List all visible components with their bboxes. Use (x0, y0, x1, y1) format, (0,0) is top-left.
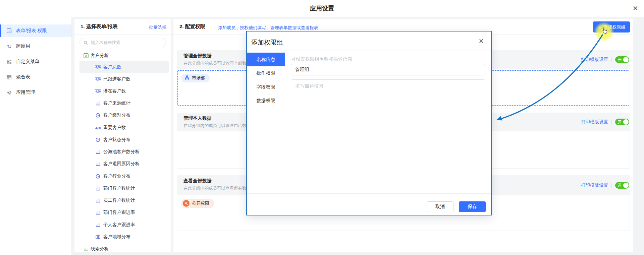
cancel-button[interactable]: 取消 (427, 201, 453, 212)
print-template-link[interactable]: 打印模版设置 (581, 119, 608, 125)
toggle-knob (623, 57, 629, 62)
tree-item-row[interactable]: 4,80已跟进客户数 (74, 73, 171, 85)
search-input[interactable] (90, 40, 159, 45)
tree-item-row[interactable]: 客户地域分布 (74, 231, 171, 243)
sidebar-item-4[interactable]: 聚合表 (0, 71, 71, 83)
bar-chart-icon (94, 186, 102, 191)
toggle-knob (623, 119, 629, 125)
public-permission-tag[interactable]: 公开权限 (181, 199, 214, 208)
toggle-knob (623, 183, 629, 188)
modal-close-icon[interactable]: × (479, 36, 484, 46)
new-permission-group-button[interactable]: ＋新建权限组 (593, 21, 630, 33)
bar-chart-icon (94, 222, 102, 228)
dept-icon (184, 75, 190, 81)
number-icon: 4,80 (94, 126, 102, 130)
map-icon (94, 234, 102, 240)
tree-item-row[interactable]: 客户行业分布 (74, 171, 171, 182)
batch-select-link[interactable]: 批量选择 (149, 24, 166, 30)
group-name-input[interactable] (291, 64, 485, 75)
permission-title: 2. 配置权限 (179, 23, 205, 30)
number-icon: 4,80 (95, 77, 101, 81)
sidebar: 表单/报表 权限跨应用自定义菜单聚合表应用管理 (0, 17, 72, 255)
modal-title-divider (247, 51, 491, 51)
tree-item-label: 客户状态分布 (103, 137, 130, 143)
tree-item-row[interactable]: 部门客户跟进率 (74, 207, 171, 218)
controls-divider (611, 183, 612, 188)
form-select-title: 1. 选择表单/报表 (80, 23, 118, 30)
form-group-icon: A (83, 53, 89, 59)
tree-item-row[interactable]: 客户状态分布 (74, 134, 171, 145)
print-template-link[interactable]: 打印模版设置 (581, 57, 608, 63)
save-button[interactable]: 保存 (459, 201, 486, 212)
tree-item-label: 客户退回原因分析 (103, 161, 140, 167)
sidebar-item-1[interactable]: 表单/报表 权限 (0, 24, 71, 37)
plus-icon: ＋ (598, 24, 602, 30)
form-report-icon (6, 28, 12, 34)
tree-item-row[interactable]: 客户来源统计 (74, 98, 171, 109)
group-toggle[interactable]: 开 (615, 56, 629, 63)
tree-item-label: 客户级别分布 (103, 112, 130, 118)
form-select-header: 1. 选择表单/报表 批量选择 (74, 19, 171, 35)
group-title: 管理全部数据 (183, 53, 212, 59)
modal-tab-4[interactable]: 数据权限 (247, 94, 285, 108)
sidebar-item-3[interactable]: 自定义菜单 (0, 55, 71, 68)
sidebar-item-2[interactable]: 跨应用 (0, 40, 71, 53)
sidebar-item-label: 聚合表 (16, 74, 30, 80)
tree-item-label: 公海池客户数分析 (103, 149, 140, 155)
number-icon: 4,80 (95, 65, 101, 69)
tree-item-label: 客户来源统计 (103, 100, 130, 106)
close-icon[interactable]: × (633, 3, 638, 13)
tree-item-row[interactable]: 4,80潜在客户数 (74, 85, 171, 97)
number-icon: 4,80 (94, 77, 102, 81)
sidebar-item-5[interactable]: 应用管理 (0, 86, 71, 99)
chart-group-icon (83, 246, 89, 252)
modal-tab-3[interactable]: 字段权限 (247, 80, 285, 94)
sidebar-item-label: 表单/报表 权限 (16, 28, 47, 34)
group-desc-textarea[interactable] (291, 79, 485, 189)
tree-item-label: 潜在客户数 (103, 88, 126, 94)
tree-item-row[interactable]: 个人客户跟进率 (74, 219, 171, 231)
tree-item-row[interactable]: 4,80重要客户数 (74, 122, 171, 133)
sidebar-item-label: 自定义菜单 (16, 59, 40, 65)
tree-item-label: 客户分析 (91, 53, 109, 59)
number-icon: 4,80 (95, 126, 101, 130)
number-icon: 4,80 (94, 65, 102, 69)
group-desc: 在此分组内的成员可以管理自己数据 (183, 123, 251, 129)
tree-item-row[interactable]: 客户级别分布 (74, 110, 171, 121)
app-settings-window: 应用设置 × 表单/报表 权限跨应用自定义菜单聚合表应用管理 1. 选择表单/报… (0, 0, 644, 255)
gear-icon (6, 90, 12, 95)
number-icon: 4,80 (95, 89, 101, 93)
tree-group-row[interactable]: A客户分析 (74, 50, 171, 61)
tree-item-row[interactable]: 员工客户数统计 (74, 195, 171, 206)
bar-chart-icon (94, 210, 102, 215)
key-icon (183, 200, 190, 207)
bar-chart-icon (94, 198, 102, 203)
tree-item-label: 部门客户数统计 (103, 185, 135, 191)
search-box[interactable] (79, 38, 166, 47)
tree-item-label: 客户总数 (103, 64, 121, 70)
tree-group-row[interactable]: 线索分析 (74, 243, 171, 255)
tree-item-label: 部门客户跟进率 (103, 209, 135, 215)
tree-item-label: 客户行业分布 (103, 173, 130, 179)
tree-item-row[interactable]: 客户退回原因分析 (74, 158, 171, 170)
tree-item-row[interactable]: 4,80客户总数 (74, 61, 171, 73)
modal-tab-2[interactable]: 操作权限 (247, 66, 285, 80)
tree-item-row[interactable]: 部门客户数统计 (74, 183, 171, 194)
modal-tab-1[interactable]: 名称信息 (247, 53, 285, 66)
group-title: 管理本人数据 (183, 115, 212, 121)
tree-item-label: 员工客户数统计 (103, 197, 135, 203)
cross-app-icon (6, 44, 12, 49)
tree-item-row[interactable]: 公海池客户数分析 (74, 146, 171, 157)
group-title: 查看全部数据 (183, 178, 212, 184)
print-template-link[interactable]: 打印模版设置 (581, 182, 608, 188)
controls-divider (611, 57, 612, 62)
dept-member-tag[interactable]: 市场部 (181, 74, 210, 82)
group-controls: 打印模版设置开 (581, 182, 629, 189)
aggregate-table-icon (6, 74, 12, 80)
pie-chart-icon (94, 174, 102, 179)
group-controls: 打印模版设置开 (581, 56, 629, 63)
group-toggle[interactable]: 开 (615, 119, 629, 125)
modal-footer-divider (247, 193, 491, 194)
member-label: 市场部 (192, 75, 205, 81)
group-toggle[interactable]: 开 (615, 182, 629, 189)
